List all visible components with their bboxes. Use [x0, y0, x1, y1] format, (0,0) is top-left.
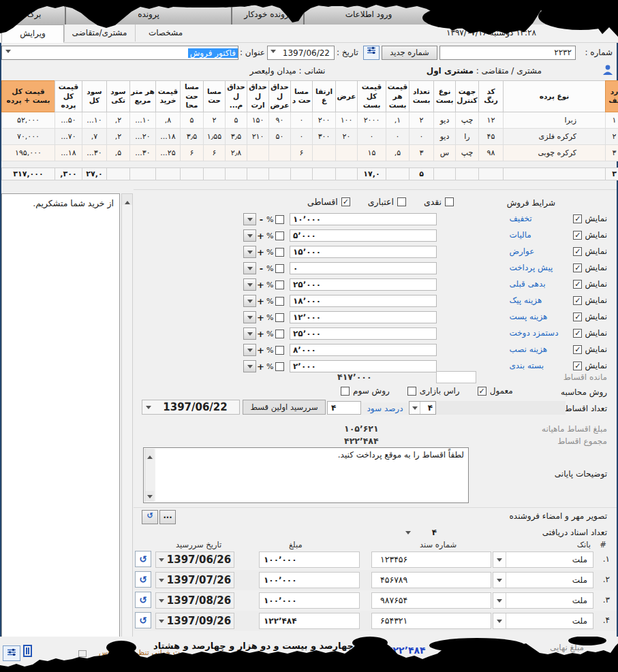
item-label[interactable]: پیش پرداخت	[509, 263, 562, 272]
column-header[interactable]: قیمت خرید	[156, 81, 181, 112]
method-checkbox[interactable]	[407, 387, 416, 396]
date-combo[interactable]: 1397/06/22	[267, 46, 335, 60]
settings-icon-button[interactable]	[363, 46, 380, 60]
dropdown-button[interactable]	[243, 246, 256, 258]
interest-mode-label[interactable]: درصد سود	[362, 402, 408, 415]
bank-combo[interactable]: ملت	[493, 592, 593, 609]
column-header[interactable]: قیمت کل پرده	[55, 81, 82, 112]
chevron-down-icon[interactable]	[410, 402, 420, 414]
dropdown-button[interactable]	[243, 311, 256, 323]
due-date-combo[interactable]: 1397/08/26	[155, 592, 234, 609]
item-label[interactable]: مالیات	[509, 230, 562, 240]
table-row[interactable]: ۲کرکره فلزی۴۵رادیو۰۰۰۲۰۳۰۰۰۵۰۲۱۰۳٫۵۱٫۵۵۳…	[2, 128, 618, 144]
item-label[interactable]: تخفیف	[509, 214, 562, 223]
show-checkbox[interactable]	[573, 280, 582, 289]
percent-checkbox[interactable]	[275, 297, 284, 306]
vertical-scrollbar[interactable]	[121, 193, 133, 655]
column-header[interactable]: جهت کنترل	[456, 81, 479, 112]
dropdown-button[interactable]	[243, 295, 256, 307]
item-value-field[interactable]: ۰	[290, 262, 437, 274]
due-date-combo[interactable]: 1397/06/26	[155, 551, 234, 568]
term-option[interactable]: اقساطی	[307, 197, 350, 207]
chevron-down-icon[interactable]	[493, 573, 506, 588]
show-checkbox[interactable]	[573, 313, 582, 321]
column-header[interactable]: نوع بست	[434, 81, 456, 112]
dropdown-button[interactable]	[243, 278, 256, 291]
percent-checkbox[interactable]	[275, 231, 284, 240]
dropdown-button[interactable]	[243, 229, 256, 242]
tab-details[interactable]: مشخصات	[135, 25, 196, 42]
column-header[interactable]: رد یف	[606, 81, 618, 112]
interest-value-field[interactable]: ۴	[327, 401, 361, 415]
item-value-field[interactable]: ۲٬۰۰۰	[290, 360, 437, 372]
stamp-browse-button[interactable]: ...	[159, 510, 176, 524]
column-header[interactable]: حداق ل عرض	[269, 81, 291, 112]
tab-stub[interactable]	[469, 7, 499, 26]
item-label[interactable]: هزینه نصب	[509, 345, 562, 354]
column-header[interactable]: هر متر مربع	[130, 81, 156, 112]
tab-autofile[interactable]: پرونده خودکار	[232, 4, 304, 25]
item-label[interactable]: دستمزد دوخت	[509, 328, 562, 338]
scroll-up-arrow[interactable]	[122, 194, 132, 205]
column-header[interactable]: قیمت کل بست + پرده	[2, 81, 55, 112]
column-header[interactable]: مسا حت	[204, 81, 226, 112]
percent-checkbox[interactable]	[275, 281, 284, 289]
table-row[interactable]: ۱زبرا۱۲چپدیو۲۱,۲۰۰۰۱۰۰۲۰۰۰۹۰۱۵۰۵۲۵۸,۱۰..…	[2, 112, 618, 128]
column-header[interactable]: قیمت کل بست	[358, 81, 386, 112]
column-header[interactable]: کد رنگ	[479, 81, 504, 112]
item-label[interactable]: هزینه پیک	[509, 295, 562, 305]
dropdown-button[interactable]	[243, 360, 256, 372]
percent-checkbox[interactable]	[275, 248, 284, 257]
show-checkbox[interactable]	[573, 296, 582, 305]
column-header[interactable]: قیمت هر بست	[386, 81, 410, 112]
bank-combo[interactable]: ملت	[493, 613, 593, 629]
item-label[interactable]: عوارض	[509, 246, 562, 256]
scroll-up-arrow[interactable]	[145, 449, 154, 460]
item-label[interactable]: بسته بندی	[509, 361, 562, 370]
column-header[interactable]: سود تکی	[107, 81, 130, 112]
show-checkbox[interactable]	[573, 362, 582, 370]
dropdown-button[interactable]	[243, 327, 256, 340]
term-checkbox[interactable]	[445, 197, 454, 206]
docs-count-combo[interactable]: ۴	[405, 526, 437, 539]
item-value-field[interactable]: ۵٬۰۰۰	[290, 229, 437, 242]
column-header[interactable]: ارتفا ع	[313, 81, 336, 112]
chevron-down-icon[interactable]	[493, 593, 506, 608]
item-label[interactable]: بدهی قبلی	[509, 279, 562, 289]
column-header[interactable]: سود کل	[82, 81, 107, 112]
column-header[interactable]: حداق ل ارت	[247, 81, 269, 112]
column-header[interactable]: مسا حت محا	[181, 81, 204, 112]
show-checkbox[interactable]	[573, 231, 582, 240]
amount-field[interactable]: ۱۲۲٬۴۸۴	[259, 613, 360, 629]
due-date-combo[interactable]: 1397/09/26	[155, 613, 234, 629]
doc-number-field[interactable]: ۱۲۳۴۵۶	[371, 551, 491, 568]
percent-checkbox[interactable]	[275, 346, 284, 355]
show-checkbox[interactable]	[573, 345, 582, 354]
scroll-down-arrow[interactable]	[145, 491, 154, 502]
show-checkbox[interactable]	[573, 329, 582, 338]
chevron-down-icon[interactable]	[493, 613, 506, 628]
tab-stub[interactable]	[433, 7, 463, 26]
column-header[interactable]: نوع پرده	[504, 81, 606, 112]
dropdown-button[interactable]	[243, 262, 256, 274]
item-value-field[interactable]: ۲۵٬۰۰۰	[290, 327, 437, 340]
bank-combo[interactable]: ملت	[493, 551, 593, 568]
amount-field[interactable]: ۱۰۰٬۰۰۰	[259, 551, 360, 568]
doc-number-field[interactable]: ۹۸۷۶۵۴	[371, 592, 491, 609]
percent-checkbox[interactable]	[275, 362, 284, 371]
tab-sheet[interactable]: برگ	[3, 4, 65, 25]
item-value-field[interactable]: ۱۵٬۰۰۰	[290, 246, 437, 258]
doc-action-button[interactable]: ↺	[135, 592, 151, 608]
column-header[interactable]: تعداد بست	[410, 81, 434, 112]
doc-action-button[interactable]: ↺	[135, 551, 151, 567]
doc-number-field[interactable]: ۴۵۶۷۸۹	[371, 572, 491, 588]
method-option[interactable]: معمول	[478, 386, 513, 396]
remaining-field[interactable]	[436, 371, 476, 383]
tab-customer[interactable]: مشتری/متقاضی	[64, 25, 134, 42]
item-value-field[interactable]: ۱۸٬۰۰۰	[290, 295, 437, 307]
show-checkbox[interactable]	[573, 263, 582, 272]
method-checkbox[interactable]	[478, 387, 486, 396]
title-combo[interactable]: فاکتور فروش	[1, 46, 238, 60]
new-number-button[interactable]: شماره جدید	[382, 46, 437, 60]
first-due-button[interactable]: سررسید اولین قسط	[243, 400, 326, 415]
